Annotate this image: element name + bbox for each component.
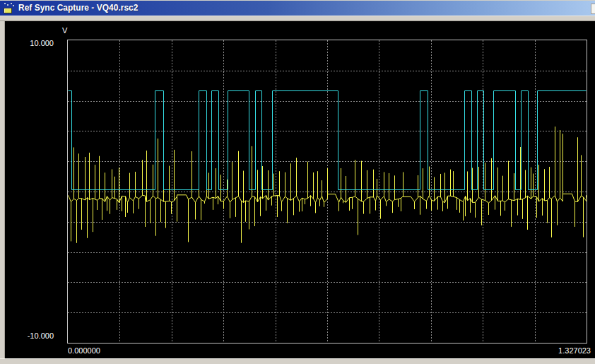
window-frame-bottom [0, 358, 595, 364]
icon-capture-rect [4, 8, 12, 13]
x-axis-end-label: 1.327023 [536, 346, 591, 356]
y-axis-unit-label: V [62, 26, 67, 35]
y-axis-min-label: -10.000 [8, 331, 54, 341]
ref-sync-capture-window: Ref Sync Capture - VQ40.rsc2 V 10.000 -1… [0, 0, 595, 364]
waveform-canvas [68, 40, 587, 343]
icon-pixel [4, 3, 6, 4]
y-axis-max-label: 10.000 [11, 39, 54, 48]
icon-pixel [13, 5, 14, 6]
window-frame-left [0, 21, 5, 358]
icon-pixel [11, 3, 12, 4]
titlebar[interactable]: Ref Sync Capture - VQ40.rsc2 [0, 0, 595, 16]
icon-pixel [7, 4, 8, 6]
window-title: Ref Sync Capture - VQ40.rsc2 [18, 1, 138, 16]
x-axis-start-label: 0.000000 [68, 346, 100, 356]
window-frame-top [0, 16, 595, 21]
window-control-button[interactable] [591, 4, 595, 14]
waveform-window-icon [4, 3, 15, 14]
